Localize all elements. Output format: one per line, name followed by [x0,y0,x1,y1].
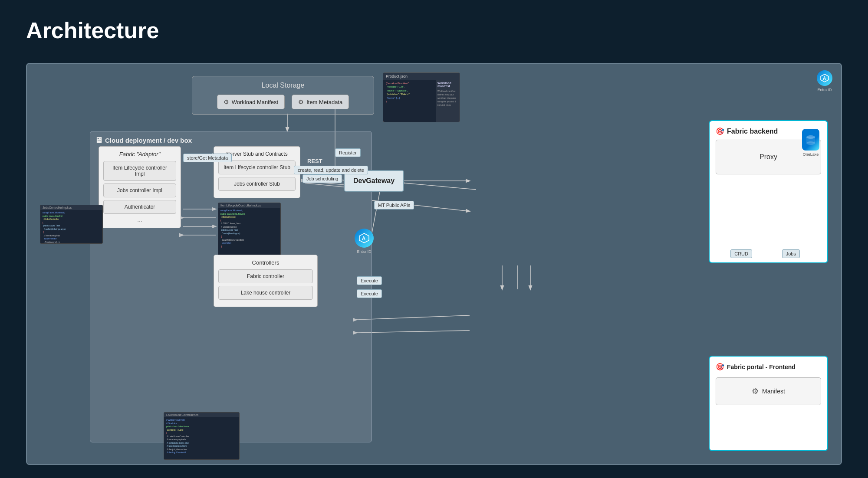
fabric-adaptor-box: Fabric "Adaptor" Item Lifecycle controll… [99,146,181,228]
product-json-header: Product.json [383,73,460,80]
rest-label: REST [305,157,325,165]
local-storage-title: Local Storage [199,82,367,89]
page-title: Architecture [0,0,868,52]
adaptor-jobs-impl[interactable]: Jobs controller Impl [103,183,176,197]
fabric-controller-item[interactable]: Fabric controller [218,269,313,283]
adaptor-authenticator[interactable]: Authenticator [103,200,176,214]
register-label: Register [335,148,361,157]
manifest-label: Manifest [762,388,785,395]
code-screenshot-lakehouse-header: LakeHouseController.cs [164,413,239,417]
fabric-icon-backend: 🎯 [716,127,724,135]
code-screenshot-item-header: ItemLifecycleControllerImpl.cs [218,203,280,208]
local-storage-box: Local Storage ⚙ Workload Manifest ⚙ Item… [192,76,374,115]
fabric-portal-box: 🎯 Fabric portal - Frontend ⚙ Manifest [709,356,828,451]
entra-label-mid: Entra ID [357,249,371,254]
adaptor-dots: ... [103,216,176,223]
fabric-portal-title: 🎯 Fabric portal - Frontend [716,363,821,371]
entra-id-top: A Entra ID [817,70,832,92]
jobs-bottom-label: Jobs [782,249,800,258]
crud-label: create, read, update and delete [294,166,368,174]
stub-jobs[interactable]: Jobs controller Stub [218,177,296,191]
store-get-label: store/Get Metadata [183,154,232,162]
product-json-box: Product.json {"workloadManifest": "versi… [383,72,460,122]
item-metadata-item[interactable]: ⚙ Item Metadata [292,95,349,109]
gear-icon-manifest-portal: ⚙ [752,386,759,396]
job-scheduling-label: Job scheduling [302,174,342,183]
svg-text:A: A [362,236,365,241]
onelake-icon: OneLake [802,129,819,157]
svg-text:A: A [823,76,826,81]
devgateway-label: DevGateway [353,177,395,184]
code-screenshot-lakehouse: LakeHouseController.cs // Writes/Read fr… [164,412,240,460]
diagram-container: Local Storage ⚙ Workload Manifest ⚙ Item… [26,63,842,465]
cloud-box-title: 🖥 Cloud deployment / dev box [95,136,367,145]
workload-manifest-item[interactable]: ⚙ Workload Manifest [217,95,285,109]
execute-2-label: Execute [357,289,382,298]
adaptor-title: Fabric "Adaptor" [103,151,176,157]
workload-manifest-label: Workload Manifest [232,99,278,105]
gear-icon-manifest: ⚙ [224,98,229,105]
lakehouse-controller-item[interactable]: Lake house controller [218,286,313,300]
gear-icon-metadata: ⚙ [298,98,304,105]
product-json-sidebar: Workload manifest Workload manifestdefin… [436,80,460,122]
svg-line-11 [357,331,470,333]
entra-icon-top: A [817,70,832,86]
execute-1-label: Execute [357,276,382,285]
fabric-backend-box: 🎯 Fabric backend OneLake Proxy [709,120,828,263]
controllers-title: Controllers [218,259,313,266]
code-screenshot-item-impl: ItemLifecycleControllerImpl.cs using Fab… [218,203,281,259]
proxy-label: Proxy [760,153,777,160]
adaptor-item-lifecycle[interactable]: Item Lifecycle controller Impl [103,161,176,181]
entra-id-mid: A Entra ID [355,229,374,254]
onelake-cylinder [802,129,819,151]
svg-point-22 [806,141,815,145]
svg-line-17 [404,183,476,190]
entra-label-top: Entra ID [817,88,832,92]
svg-line-10 [357,315,470,320]
code-screenshot-jobs-impl: JobsControllerImpl.cs using Fabric.Workl… [40,205,103,244]
entra-icon-mid: A [355,229,374,248]
manifest-box: ⚙ Manifest [716,377,821,405]
code-screenshot-jobs-header: JobsControllerImpl.cs [40,205,102,210]
onelake-label: OneLake [803,152,819,157]
item-metadata-label: Item Metadata [306,99,342,105]
mt-public-apis-label: MT Public APIs [374,201,414,210]
stub-item-lifecycle[interactable]: Item Lifecycle controller Stub [218,160,296,174]
crud-bottom-label: CRUD [730,249,752,258]
controllers-box: Controllers Fabric controller Lake house… [214,255,318,307]
cloud-icon: 🖥 [95,136,102,145]
fabric-icon-portal: 🎯 [716,363,724,371]
